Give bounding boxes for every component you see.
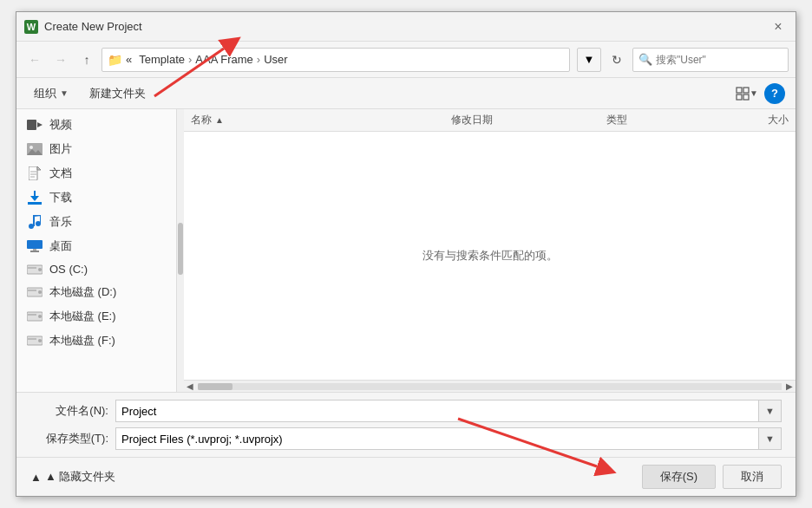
help-button[interactable]: ? (764, 83, 785, 104)
scroll-left-button[interactable]: ◀ (184, 381, 196, 393)
cancel-button[interactable]: 取消 (723, 465, 782, 489)
search-input[interactable] (656, 54, 786, 66)
search-icon: 🔍 (638, 53, 652, 66)
svg-rect-6 (27, 120, 36, 130)
svg-rect-22 (33, 249, 36, 251)
filename-label: 文件名(N): (30, 403, 108, 419)
crumb-user-label: User (264, 53, 287, 66)
music-icon (27, 216, 43, 228)
sidebar-item-documents[interactable]: 文档 (16, 161, 176, 186)
forward-button[interactable]: → (49, 49, 72, 71)
sidebar-label-localdiske: 本地磁盘 (E:) (49, 309, 116, 324)
crumb-aaaframe-label: AAA Frame (195, 53, 252, 66)
svg-point-9 (29, 146, 33, 149)
svg-marker-12 (37, 166, 41, 170)
filename-input[interactable] (115, 400, 759, 422)
col-size[interactable]: 大小 (710, 113, 789, 127)
dialog-title: Create New Project (44, 20, 763, 33)
file-list-body: 没有与搜索条件匹配的项。 (184, 132, 796, 380)
svg-rect-34 (28, 338, 36, 340)
address-bar[interactable]: 📁 « Template › AAA Frame › User (102, 48, 570, 72)
new-folder-label: 新建文件夹 (89, 86, 146, 101)
search-bar: 🔍 (632, 48, 789, 72)
view-icon (736, 87, 750, 101)
sidebar-label-localdiskf: 本地磁盘 (F:) (49, 333, 115, 348)
filetype-dropdown-button[interactable]: ▼ (759, 427, 782, 450)
svg-rect-25 (28, 267, 36, 269)
sidebar-label-pictures: 图片 (49, 141, 72, 157)
localdiske-icon (27, 310, 43, 322)
svg-rect-21 (27, 240, 43, 249)
organize-button[interactable]: 组织 ▼ (27, 83, 75, 104)
svg-rect-28 (28, 290, 36, 291)
svg-point-35 (38, 339, 42, 342)
localdiskf-icon (27, 335, 43, 347)
svg-rect-4 (737, 94, 742, 100)
sidebar-item-music[interactable]: 音乐 (16, 210, 176, 234)
up-button[interactable]: ↑ (75, 49, 98, 71)
toolbar-right: ▼ ? (735, 81, 785, 106)
back-button[interactable]: ← (23, 49, 46, 71)
col-name[interactable]: 名称 ▲ (191, 113, 451, 127)
filename-dropdown-button[interactable]: ▼ (759, 400, 782, 422)
action-bar: ▲ ▲ 隐藏文件夹 保存(S) 取消 (16, 457, 796, 496)
col-size-label: 大小 (768, 114, 789, 126)
sidebar-label-music: 音乐 (49, 214, 72, 230)
col-type[interactable]: 类型 (606, 113, 710, 127)
organize-dropdown-icon: ▼ (60, 88, 69, 98)
svg-rect-11 (29, 166, 37, 180)
sidebar-item-localdiskd[interactable]: 本地磁盘 (D:) (16, 280, 176, 304)
sidebar-label-localdiskd: 本地磁盘 (D:) (49, 284, 116, 300)
save-button[interactable]: 保存(S) (642, 465, 716, 489)
pictures-icon (27, 143, 43, 155)
sidebar-label-videos: 视频 (49, 117, 72, 133)
new-folder-button[interactable]: 新建文件夹 (82, 83, 153, 104)
sidebar-item-pictures[interactable]: 图片 (16, 137, 176, 161)
hide-files-button[interactable]: ▲ ▲ 隐藏文件夹 (30, 469, 115, 485)
scroll-right-button[interactable]: ▶ (783, 381, 796, 393)
sort-icon: ▲ (215, 115, 224, 125)
address-dropdown-button[interactable]: ▼ (577, 48, 601, 72)
filename-row: 文件名(N): ▼ (30, 400, 782, 422)
col-date-label: 修改日期 (451, 114, 493, 126)
sidebar-item-localdiskf[interactable]: 本地磁盘 (F:) (16, 329, 176, 353)
action-buttons: 保存(S) 取消 (642, 465, 782, 489)
svg-rect-2 (737, 88, 742, 93)
sidebar-item-osdrive[interactable]: OS (C:) (16, 258, 176, 280)
sidebar-item-desktop[interactable]: 桌面 (16, 234, 176, 258)
create-new-project-dialog: W Create New Project × ← → ↑ 📁 « Templat… (16, 11, 796, 497)
view-button[interactable]: ▼ (735, 81, 759, 106)
videos-icon (27, 119, 43, 131)
downloads-icon (27, 192, 43, 204)
scroll-thumb (198, 383, 232, 390)
svg-point-32 (38, 315, 42, 318)
refresh-button[interactable]: ↻ (605, 48, 629, 72)
filetype-label: 保存类型(T): (30, 431, 108, 446)
sidebar-item-downloads[interactable]: 下载 (16, 186, 176, 210)
horizontal-scrollbar[interactable]: ◀ ▶ (184, 380, 796, 392)
col-date[interactable]: 修改日期 (451, 113, 607, 127)
sidebar-label-desktop: 桌面 (49, 238, 72, 254)
osdrive-icon (27, 264, 43, 276)
crumb-template: « (126, 53, 132, 66)
sidebar-item-videos[interactable]: 视频 (16, 113, 176, 137)
col-type-label: 类型 (606, 114, 627, 126)
hide-files-label: ▲ 隐藏文件夹 (45, 469, 115, 485)
desktop-icon (27, 240, 43, 252)
file-list-header: 名称 ▲ 修改日期 类型 大小 (184, 109, 796, 132)
close-button[interactable]: × (768, 16, 789, 37)
sidebar-scrollbar[interactable] (177, 109, 184, 392)
sidebar-scrollbar-thumb (178, 223, 183, 275)
hide-files-icon: ▲ (30, 471, 42, 484)
nav-bar: ← → ↑ 📁 « Template › AAA Frame › User ▼ … (16, 42, 796, 78)
svg-rect-31 (28, 314, 36, 316)
filetype-input-wrap: ▼ (115, 427, 782, 450)
sidebar-label-documents: 文档 (49, 166, 72, 181)
view-dropdown-icon: ▼ (750, 88, 758, 98)
svg-point-29 (38, 290, 42, 294)
filetype-input[interactable] (115, 427, 759, 450)
sidebar-label-osdrive: OS (C:) (49, 263, 88, 276)
sidebar-item-localdiske[interactable]: 本地磁盘 (E:) (16, 304, 176, 329)
filename-input-wrap: ▼ (115, 400, 782, 422)
svg-rect-5 (743, 94, 749, 100)
